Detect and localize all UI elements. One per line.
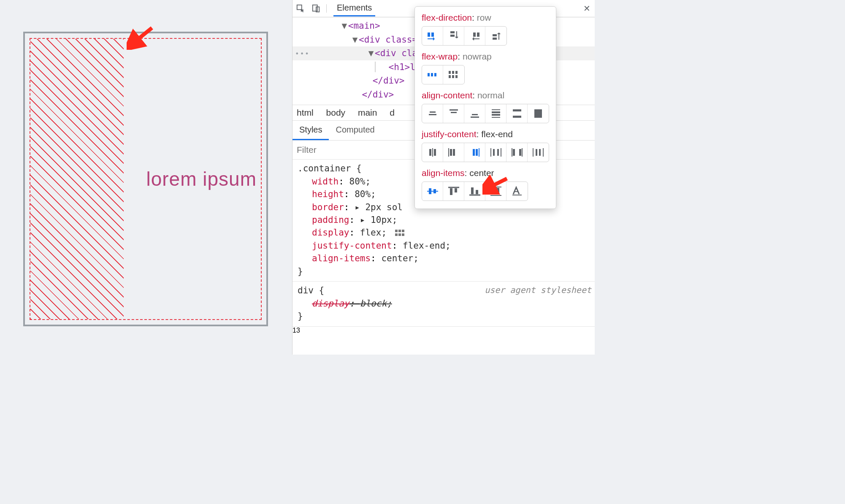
flex-direction-column-reverse-icon[interactable] bbox=[485, 27, 506, 45]
flex-empty-space-overlay bbox=[30, 39, 124, 319]
css-val[interactable]: block; bbox=[360, 298, 392, 309]
css-prop[interactable]: height bbox=[312, 189, 344, 199]
justify-content-end-icon[interactable] bbox=[464, 143, 485, 162]
svg-rect-20 bbox=[434, 73, 436, 76]
flex-wrap-nowrap-icon[interactable] bbox=[422, 65, 443, 84]
css-val[interactable]: center; bbox=[381, 253, 419, 263]
svg-rect-63 bbox=[433, 189, 436, 193]
svg-rect-25 bbox=[452, 75, 454, 78]
dom-node[interactable]: </div> bbox=[373, 76, 405, 86]
svg-rect-55 bbox=[519, 149, 521, 156]
flexbox-editor-popover: flex-direction: row flex-wrap: nowrap al… bbox=[414, 6, 556, 209]
svg-rect-5 bbox=[398, 230, 401, 232]
crumb[interactable]: main bbox=[358, 108, 377, 117]
css-prop[interactable]: display bbox=[312, 298, 349, 309]
svg-rect-35 bbox=[492, 114, 500, 116]
flex-direction-column-icon[interactable] bbox=[443, 27, 464, 45]
align-items-baseline-icon[interactable] bbox=[506, 182, 528, 201]
svg-rect-51 bbox=[497, 149, 499, 156]
align-content-end-icon[interactable] bbox=[464, 104, 485, 123]
align-content-space-between-icon[interactable] bbox=[506, 104, 528, 123]
svg-rect-62 bbox=[429, 188, 431, 194]
css-prop[interactable]: border bbox=[312, 202, 344, 212]
css-prop[interactable]: padding bbox=[312, 215, 349, 225]
svg-rect-30 bbox=[451, 112, 457, 113]
align-content-start-icon[interactable] bbox=[443, 104, 464, 123]
justify-content-space-evenly-icon[interactable] bbox=[528, 143, 549, 162]
svg-rect-22 bbox=[452, 71, 454, 74]
css-val[interactable]: 80%; bbox=[355, 189, 376, 199]
css-val[interactable]: 10px; bbox=[371, 215, 397, 225]
justify-content-start-icon[interactable] bbox=[443, 143, 464, 162]
svg-rect-6 bbox=[402, 230, 404, 232]
close-icon[interactable]: ✕ bbox=[583, 3, 590, 14]
css-val[interactable]: flex; bbox=[360, 228, 387, 238]
svg-rect-72 bbox=[497, 188, 499, 195]
align-items-end-icon[interactable] bbox=[464, 182, 485, 201]
css-prop[interactable]: align-items bbox=[312, 253, 371, 263]
css-val[interactable]: flex-end; bbox=[403, 241, 451, 251]
css-close-brace: } bbox=[298, 310, 595, 322]
rendered-page: lorem ipsum bbox=[0, 0, 298, 355]
justify-content-center-icon[interactable] bbox=[422, 143, 443, 162]
svg-rect-15 bbox=[477, 33, 479, 37]
svg-rect-68 bbox=[476, 190, 478, 194]
svg-rect-59 bbox=[539, 149, 541, 156]
align-content-center-icon[interactable] bbox=[422, 104, 443, 123]
align-content-stretch-icon[interactable] bbox=[528, 104, 549, 123]
svg-rect-12 bbox=[450, 31, 455, 33]
svg-rect-19 bbox=[431, 73, 433, 76]
dom-node[interactable]: <main> bbox=[348, 21, 380, 31]
css-prop[interactable]: width bbox=[312, 176, 339, 187]
svg-rect-18 bbox=[428, 73, 430, 76]
css-close-brace: } bbox=[298, 265, 595, 278]
svg-rect-58 bbox=[536, 149, 537, 156]
css-prop[interactable]: display bbox=[312, 228, 349, 238]
svg-rect-2 bbox=[312, 5, 317, 11]
crumb[interactable]: body bbox=[326, 108, 346, 117]
device-toggle-icon[interactable] bbox=[308, 1, 324, 16]
align-items-start-icon[interactable] bbox=[443, 182, 464, 201]
svg-rect-13 bbox=[450, 35, 455, 37]
justify-content-space-between-icon[interactable] bbox=[506, 143, 528, 162]
svg-rect-8 bbox=[398, 233, 401, 236]
flex-container-overlay: lorem ipsum bbox=[30, 38, 262, 320]
dom-node[interactable]: </div> bbox=[362, 89, 394, 100]
svg-rect-11 bbox=[431, 33, 434, 37]
source-label: user agent stylesheet bbox=[485, 284, 591, 296]
align-content-space-around-icon[interactable] bbox=[485, 104, 506, 123]
css-rule-ua[interactable]: div { user agent stylesheet display: blo… bbox=[292, 282, 595, 326]
svg-rect-26 bbox=[455, 75, 458, 78]
css-prop[interactable]: justify-content bbox=[312, 241, 392, 251]
group-flex-direction: flex-direction: row bbox=[422, 13, 549, 46]
page-heading: lorem ipsum bbox=[146, 168, 257, 190]
tab-elements[interactable]: Elements bbox=[333, 0, 375, 16]
svg-rect-14 bbox=[473, 33, 476, 37]
prop-label: justify-content: flex-end bbox=[422, 129, 549, 139]
svg-rect-38 bbox=[513, 116, 521, 118]
align-items-stretch-icon[interactable] bbox=[485, 182, 506, 201]
subtab-computed[interactable]: Computed bbox=[329, 121, 381, 140]
justify-content-space-around-icon[interactable] bbox=[485, 143, 506, 162]
css-val[interactable]: 80%; bbox=[349, 176, 371, 187]
svg-rect-50 bbox=[493, 149, 495, 156]
subtab-styles[interactable]: Styles bbox=[292, 121, 329, 140]
svg-rect-23 bbox=[455, 71, 458, 74]
crumb[interactable]: html bbox=[297, 108, 314, 117]
crumb[interactable]: d bbox=[390, 108, 395, 117]
svg-rect-7 bbox=[395, 233, 398, 236]
source-line-link[interactable]: 13 bbox=[292, 327, 300, 334]
flex-direction-row-reverse-icon[interactable] bbox=[464, 27, 485, 45]
align-items-center-icon[interactable] bbox=[422, 182, 443, 201]
prop-label: flex-wrap: nowrap bbox=[422, 51, 549, 62]
css-val[interactable]: 2px sol bbox=[365, 202, 403, 212]
prop-label: flex-direction: row bbox=[422, 13, 549, 23]
css-selector: div { bbox=[298, 285, 324, 295]
flex-direction-row-icon[interactable] bbox=[422, 27, 443, 45]
inspect-icon[interactable] bbox=[292, 1, 308, 16]
flex-editor-swatch-icon[interactable] bbox=[395, 228, 406, 235]
svg-rect-17 bbox=[493, 38, 497, 40]
svg-rect-66 bbox=[455, 188, 457, 192]
svg-rect-47 bbox=[476, 149, 478, 156]
flex-wrap-wrap-icon[interactable] bbox=[443, 65, 464, 84]
